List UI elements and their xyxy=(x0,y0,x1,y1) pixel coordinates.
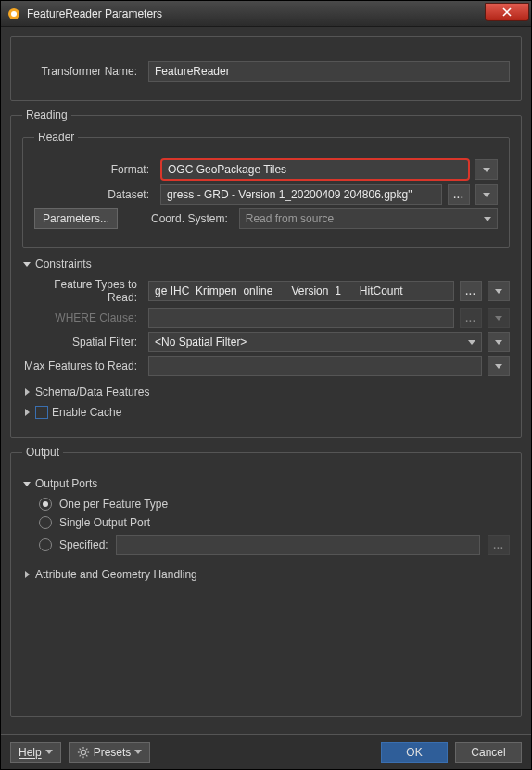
radio-one-per[interactable] xyxy=(39,498,52,511)
reader-legend: Reader xyxy=(34,131,78,144)
format-label: Format: xyxy=(34,163,155,176)
help-label: Help xyxy=(19,746,42,759)
close-icon xyxy=(502,7,512,17)
where-browse-button: ... xyxy=(460,308,482,328)
title-bar: FeatureReader Parameters xyxy=(1,1,531,27)
svg-point-2 xyxy=(81,750,85,754)
radio-single[interactable] xyxy=(39,516,52,529)
spatial-filter-select[interactable]: <No Spatial Filter> xyxy=(148,332,482,352)
spatial-filter-value: <No Spatial Filter> xyxy=(155,335,468,348)
max-features-input[interactable] xyxy=(148,356,482,376)
coord-value: Read from source xyxy=(246,212,484,225)
collapse-icon xyxy=(22,571,32,578)
radio-specified[interactable] xyxy=(39,538,52,551)
svg-point-1 xyxy=(11,11,17,17)
dialog-body: Transformer Name: Reading Reader Format:… xyxy=(1,27,531,734)
svg-line-10 xyxy=(86,748,87,749)
dialog-footer: Help Presets OK Cancel xyxy=(1,734,531,769)
specified-browse-button: ... xyxy=(488,535,510,555)
feature-types-input[interactable] xyxy=(148,281,454,301)
presets-label: Presets xyxy=(94,746,132,759)
window-title: FeatureReader Parameters xyxy=(27,7,485,20)
output-group: Output Output Ports One per Feature Type… xyxy=(10,446,522,717)
radio-single-label: Single Output Port xyxy=(59,516,150,529)
presets-button[interactable]: Presets xyxy=(69,742,151,763)
enable-cache-checkbox[interactable] xyxy=(35,406,48,419)
app-icon xyxy=(6,6,21,21)
where-dropdown-button xyxy=(488,308,510,328)
chevron-down-icon xyxy=(483,193,490,197)
where-label: WHERE Clause: xyxy=(22,311,143,324)
format-select[interactable]: OGC GeoPackage Tiles xyxy=(160,158,470,181)
parameters-button[interactable]: Parameters... xyxy=(34,208,118,229)
collapse-icon xyxy=(22,388,32,396)
enable-cache-label: Enable Cache xyxy=(52,406,121,419)
expand-icon xyxy=(22,262,32,267)
feature-types-label: Feature Types to Read: xyxy=(22,278,143,304)
spatial-filter-label: Spatial Filter: xyxy=(22,335,143,348)
enable-cache-row: Enable Cache xyxy=(22,406,510,419)
chevron-down-icon xyxy=(484,217,491,221)
attr-geom-label: Attribute and Geometry Handling xyxy=(35,568,197,581)
radio-specified-label: Specified: xyxy=(59,538,108,551)
where-input xyxy=(148,308,454,328)
format-dropdown-button[interactable] xyxy=(475,159,498,180)
specified-input xyxy=(116,535,480,555)
expand-icon xyxy=(22,482,32,486)
svg-line-7 xyxy=(79,748,80,749)
max-features-dropdown-button[interactable] xyxy=(488,356,510,376)
max-features-label: Max Features to Read: xyxy=(22,360,143,372)
chevron-down-icon xyxy=(45,750,53,754)
collapse-icon xyxy=(22,409,32,416)
format-value: OGC GeoPackage Tiles xyxy=(168,163,462,176)
constraints-header[interactable]: Constraints xyxy=(22,258,510,271)
chevron-down-icon xyxy=(134,750,142,754)
coord-select[interactable]: Read from source xyxy=(239,208,498,229)
ok-button[interactable]: OK xyxy=(381,742,448,763)
transformer-name-input[interactable] xyxy=(148,61,510,82)
svg-line-8 xyxy=(86,755,87,756)
constraints-label: Constraints xyxy=(35,258,92,271)
output-legend: Output xyxy=(22,446,63,459)
dataset-dropdown-button[interactable] xyxy=(475,184,498,205)
attr-geom-header[interactable]: Attribute and Geometry Handling xyxy=(22,568,510,581)
radio-one-per-label: One per Feature Type xyxy=(59,498,168,511)
dataset-input[interactable] xyxy=(160,184,442,205)
help-button[interactable]: Help xyxy=(10,742,61,763)
chevron-down-icon xyxy=(495,316,502,321)
close-button[interactable] xyxy=(485,3,529,21)
chevron-down-icon xyxy=(468,340,475,345)
dialog-window: FeatureReader Parameters Transformer Nam… xyxy=(0,0,532,770)
svg-line-9 xyxy=(79,755,80,756)
coord-label: Coord. System: xyxy=(151,212,234,225)
chevron-down-icon xyxy=(495,364,502,369)
spatial-filter-dropdown-button[interactable] xyxy=(488,332,510,352)
dataset-label: Dataset: xyxy=(34,188,155,201)
reading-group: Reading Reader Format: OGC GeoPackage Ti… xyxy=(10,108,522,438)
chevron-down-icon xyxy=(495,340,502,345)
reading-legend: Reading xyxy=(22,108,71,121)
output-ports-label: Output Ports xyxy=(35,477,97,490)
dataset-browse-button[interactable]: ... xyxy=(448,184,470,205)
output-ports-header[interactable]: Output Ports xyxy=(22,477,510,490)
feature-types-browse-button[interactable]: ... xyxy=(460,281,482,301)
feature-types-dropdown-button[interactable] xyxy=(488,281,510,301)
schema-label: Schema/Data Features xyxy=(35,385,149,398)
schema-header[interactable]: Schema/Data Features xyxy=(22,385,510,398)
gear-icon xyxy=(77,746,90,759)
chevron-down-icon xyxy=(483,168,490,172)
reader-group: Reader Format: OGC GeoPackage Tiles Data… xyxy=(22,131,510,248)
cancel-button[interactable]: Cancel xyxy=(455,742,522,763)
chevron-down-icon xyxy=(495,289,502,294)
transformer-name-label: Transformer Name: xyxy=(22,65,143,78)
transformer-group: Transformer Name: xyxy=(10,36,522,101)
